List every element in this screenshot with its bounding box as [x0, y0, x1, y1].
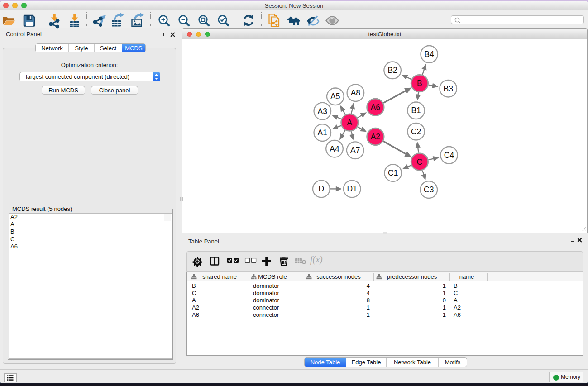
- svg-text:C2: C2: [411, 127, 421, 136]
- svg-text:B3: B3: [443, 84, 453, 93]
- svg-text:C3: C3: [424, 185, 434, 194]
- svg-text:B1: B1: [411, 106, 421, 115]
- svg-text:A3: A3: [318, 107, 327, 116]
- svg-text:B: B: [417, 79, 422, 88]
- svg-text:B2: B2: [387, 66, 397, 75]
- svg-text:A2: A2: [371, 132, 380, 141]
- svg-text:B4: B4: [424, 50, 434, 59]
- svg-text:A6: A6: [371, 103, 380, 112]
- svg-text:A5: A5: [330, 92, 340, 101]
- svg-text:A4: A4: [330, 144, 339, 153]
- svg-text:C1: C1: [388, 168, 398, 177]
- svg-text:A1: A1: [318, 128, 327, 137]
- svg-text:C4: C4: [444, 151, 454, 160]
- svg-text:D1: D1: [347, 184, 357, 193]
- svg-text:A: A: [347, 118, 353, 127]
- svg-text:D: D: [318, 184, 324, 193]
- svg-text:C: C: [417, 157, 423, 167]
- svg-text:A8: A8: [351, 88, 360, 97]
- svg-text:A7: A7: [350, 146, 360, 155]
